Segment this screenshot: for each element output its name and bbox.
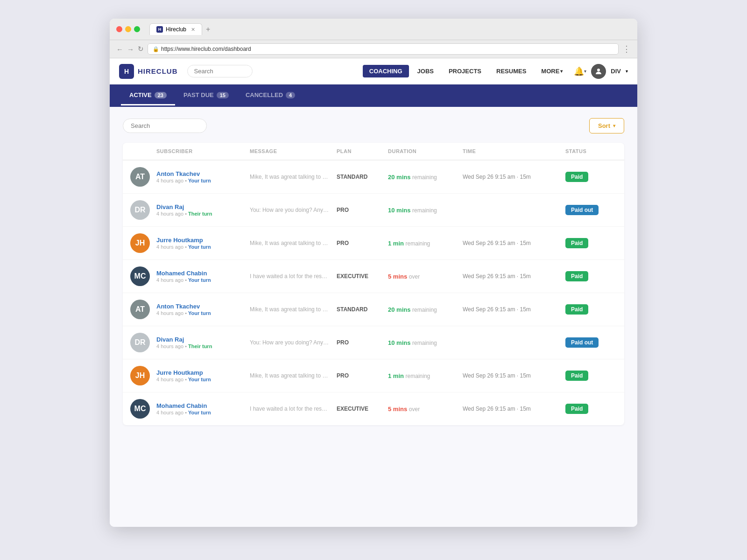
subscriber-name[interactable]: Divan Raj — [156, 203, 212, 210]
subscriber-info: Mohamed Chabin 4 hours ago • Your turn — [156, 402, 211, 415]
duration-cell: 20 mins remaining — [388, 306, 463, 313]
avatar: MC — [130, 266, 150, 286]
status-badge: Paid — [565, 371, 588, 381]
plan-cell: EXECUTIVE — [337, 273, 388, 280]
table-row[interactable]: JH Jurre Houtkamp 4 hours ago • Your tur… — [123, 227, 624, 260]
nav-projects[interactable]: PROJECTS — [442, 65, 488, 77]
status-cell: Paid — [565, 271, 617, 281]
app-nav: H HIRECLUB COACHING JOBS PROJECTS RESUME… — [110, 58, 637, 84]
status-cell: Paid out — [565, 205, 617, 215]
subnav-tab-pastdue[interactable]: PAST DUE 15 — [175, 86, 237, 105]
nav-search-input[interactable] — [187, 65, 253, 77]
plan-cell: PRO — [337, 339, 388, 346]
table-row[interactable]: AT Anton Tkachev 4 hours ago • Your turn… — [123, 293, 624, 326]
refresh-button[interactable]: ↻ — [138, 45, 144, 53]
status-badge: Paid — [565, 172, 588, 182]
subscriber-info: Divan Raj 4 hours ago • Their turn — [156, 336, 212, 349]
avatar: AT — [130, 167, 150, 187]
message-cell: Mike, It was agreat talking to you... — [250, 306, 337, 313]
table-row[interactable]: DR Divan Raj 4 hours ago • Their turn Yo… — [123, 326, 624, 359]
subscriber-name[interactable]: Jurre Houtkamp — [156, 369, 211, 376]
plan-cell: STANDARD — [337, 306, 388, 313]
duration-cell: 5 mins over — [388, 406, 463, 413]
duration-status: remaining — [412, 207, 437, 214]
avatar: DR — [130, 333, 150, 352]
subnav-tab-active[interactable]: ACTIVE 23 — [121, 86, 175, 105]
svg-point-0 — [597, 69, 600, 71]
sort-button[interactable]: Sort ▾ — [589, 118, 624, 133]
notification-bell-icon[interactable]: 🔔 ▾ — [574, 66, 586, 77]
subscriber-cell: Divan Raj 4 hours ago • Their turn — [156, 336, 250, 349]
status-badge: Paid — [565, 304, 588, 315]
cancelled-badge: 4 — [286, 92, 295, 98]
browser-window: H Hireclub ✕ + ← → ↻ 🔒 https://www.hirec… — [110, 19, 637, 527]
maximize-button[interactable] — [134, 26, 140, 32]
turn-label: Your turn — [188, 277, 211, 283]
username-label[interactable]: DIV — [611, 68, 621, 75]
nav-resumes[interactable]: RESUMES — [490, 65, 533, 77]
subscriber-name[interactable]: Jurre Houtkamp — [156, 237, 211, 244]
duration-cell: 1 min remaining — [388, 240, 463, 247]
status-cell: Paid — [565, 404, 617, 414]
nav-icons: 🔔 ▾ DIV ▾ — [574, 64, 628, 79]
search-input[interactable] — [123, 119, 207, 133]
avatar: AT — [130, 300, 150, 319]
th-duration: DURATION — [388, 148, 463, 154]
table-row[interactable]: MC Mohamed Chabin 4 hours ago • Your tur… — [123, 260, 624, 293]
status-badge: Paid — [565, 404, 588, 414]
tab-close-icon[interactable]: ✕ — [191, 27, 195, 33]
subscriber-cell: Anton Tkachev 4 hours ago • Your turn — [156, 170, 250, 183]
user-avatar[interactable] — [591, 64, 606, 79]
avatar-cell: JH — [130, 233, 156, 253]
address-text: https://www.hireclub.com/dashboard — [161, 46, 251, 52]
duration-value: 10 mins — [388, 339, 410, 346]
subscriber-name[interactable]: Anton Tkachev — [156, 170, 211, 177]
duration-status: remaining — [406, 240, 430, 247]
time-cell: Wed Sep 26 9:15 am · 15m — [463, 174, 565, 180]
turn-label: Your turn — [188, 310, 211, 316]
plan-cell: PRO — [337, 372, 388, 379]
status-cell: Paid — [565, 238, 617, 248]
plan-cell: EXECUTIVE — [337, 406, 388, 412]
browser-menu-icon[interactable]: ⋮ — [622, 44, 631, 54]
nav-coaching[interactable]: COACHING — [363, 65, 409, 77]
status-badge: Paid — [565, 238, 588, 248]
table-row[interactable]: JH Jurre Houtkamp 4 hours ago • Your tur… — [123, 359, 624, 392]
subscriber-info: Anton Tkachev 4 hours ago • Your turn — [156, 303, 211, 316]
table-row[interactable]: DR Divan Raj 4 hours ago • Their turn Yo… — [123, 194, 624, 227]
nav-jobs[interactable]: JOBS — [411, 65, 440, 77]
turn-label: Their turn — [188, 343, 212, 349]
th-time: TIME — [463, 148, 565, 154]
table-row[interactable]: MC Mohamed Chabin 4 hours ago • Your tur… — [123, 392, 624, 425]
subscriber-name[interactable]: Mohamed Chabin — [156, 270, 211, 277]
back-button[interactable]: ← — [116, 45, 123, 53]
message-cell: I have waited a lot for the response fro… — [250, 406, 337, 412]
plan-cell: PRO — [337, 207, 388, 213]
close-button[interactable] — [116, 26, 122, 32]
subscriber-name[interactable]: Anton Tkachev — [156, 303, 211, 310]
duration-cell: 1 min remaining — [388, 372, 463, 379]
subscriber-name[interactable]: Divan Raj — [156, 336, 212, 343]
subscriber-name[interactable]: Mohamed Chabin — [156, 402, 211, 409]
browser-tab[interactable]: H Hireclub ✕ — [149, 23, 202, 35]
nav-more[interactable]: MORE ▾ — [535, 65, 569, 77]
address-bar[interactable]: 🔒 https://www.hireclub.com/dashboard — [148, 43, 619, 55]
subnav-cancelled-label: CANCELLED — [246, 91, 283, 98]
user-caret-icon: ▾ — [626, 69, 628, 74]
table-row[interactable]: AT Anton Tkachev 4 hours ago • Your turn… — [123, 161, 624, 194]
bell-caret-icon: ▾ — [584, 69, 586, 74]
turn-label: Your turn — [188, 377, 211, 382]
forward-button[interactable]: → — [127, 45, 134, 53]
avatar-cell: AT — [130, 167, 156, 187]
minimize-button[interactable] — [125, 26, 131, 32]
th-avatar — [130, 148, 156, 154]
avatar-cell: JH — [130, 366, 156, 385]
subnav-pastdue-label: PAST DUE — [183, 91, 214, 98]
new-tab-button[interactable]: + — [204, 25, 212, 34]
subscriber-info: Jurre Houtkamp 4 hours ago • Your turn — [156, 237, 211, 250]
duration-status: over — [409, 406, 420, 413]
subscriber-meta: 4 hours ago • Your turn — [156, 277, 211, 283]
subscriber-cell: Anton Tkachev 4 hours ago • Your turn — [156, 303, 250, 316]
duration-status: over — [409, 273, 420, 280]
subnav-tab-cancelled[interactable]: CANCELLED 4 — [237, 86, 303, 105]
